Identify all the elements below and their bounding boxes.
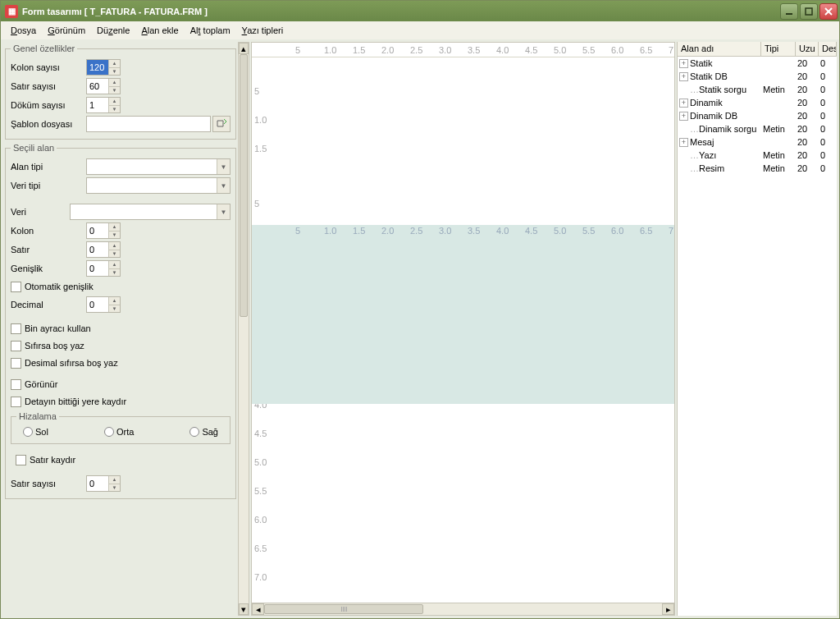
col-des[interactable]: Des <box>819 42 837 56</box>
expand-icon[interactable]: + <box>679 112 688 121</box>
left-scrollbar[interactable]: ▴ ▾ <box>238 42 249 616</box>
field-des: 0 <box>820 150 837 160</box>
spin-up-icon[interactable]: ▲ <box>109 242 120 250</box>
spin-down-icon[interactable]: ▼ <box>109 68 120 76</box>
field-des: 0 <box>820 58 837 68</box>
field-row[interactable]: +Mesaj200 <box>678 135 837 149</box>
veri-tipi-label: Veri tipi <box>11 181 86 190</box>
satir-kaydir-checkbox[interactable] <box>16 455 26 465</box>
menu-duzenle[interactable]: Düzenle <box>91 24 135 37</box>
hizalama-sag-radio[interactable] <box>189 427 199 437</box>
spin-up-icon[interactable]: ▲ <box>109 60 120 68</box>
field-uzu: 20 <box>797 150 820 160</box>
dokum-sayisi-input[interactable] <box>87 98 108 112</box>
field-row[interactable]: +Dinamik DB200 <box>678 109 837 122</box>
detay-kaydir-label: Detayın bittiği yere kaydır <box>25 397 126 406</box>
spin-down-icon[interactable]: ▼ <box>109 232 120 239</box>
sifirsa-bos-checkbox[interactable] <box>11 341 21 351</box>
field-name: Resim <box>699 163 763 173</box>
col-tipi[interactable]: Tipi <box>761 42 796 56</box>
satir-input[interactable] <box>87 242 108 257</box>
chevron-down-icon[interactable]: ▼ <box>217 159 230 174</box>
minimize-button[interactable] <box>780 3 798 20</box>
scroll-left-icon[interactable]: ◂ <box>252 603 264 615</box>
hizalama-orta-radio[interactable] <box>104 427 114 437</box>
alan-tipi-label: Alan tipi <box>11 162 86 172</box>
app-icon: ▦ <box>5 5 18 18</box>
scroll-up-icon[interactable]: ▴ <box>239 43 249 54</box>
field-row[interactable]: +Statik200 <box>678 57 837 70</box>
detail-band[interactable]: 51.01.52.02.53.03.54.04.55.05.56.06.57.0 <box>252 225 674 404</box>
scroll-down-icon[interactable]: ▾ <box>239 603 249 615</box>
menu-gorunum[interactable]: Görünüm <box>42 24 91 37</box>
menu-dosya[interactable]: Dosya <box>5 24 42 37</box>
satir-sayisi2-spinner[interactable]: ▲▼ <box>86 475 121 492</box>
scrollbar-thumb[interactable] <box>240 54 248 317</box>
field-row[interactable]: +Statik DB200 <box>678 70 837 83</box>
col-alan-adi[interactable]: Alan adı <box>678 42 761 56</box>
horizontal-scrollbar[interactable]: ◂ ▸ <box>252 603 674 615</box>
design-canvas[interactable]: 51.01.52.02.53.03.54.04.55.05.56.06.57.0… <box>251 42 675 616</box>
genislik-input[interactable] <box>87 261 108 276</box>
genislik-spinner[interactable]: ▲▼ <box>86 260 121 277</box>
satir-sayisi2-input[interactable] <box>87 476 108 491</box>
kolon-spinner[interactable]: ▲▼ <box>86 222 121 239</box>
close-button[interactable] <box>819 3 838 20</box>
kolon-input[interactable] <box>87 223 108 238</box>
spin-down-icon[interactable]: ▼ <box>109 87 120 94</box>
satir-spinner[interactable]: ▲▼ <box>86 241 121 258</box>
spin-up-icon[interactable]: ▲ <box>109 297 120 305</box>
menu-yazitipleri[interactable]: Yazı tipleri <box>236 24 290 37</box>
field-row[interactable]: …YazıMetin200 <box>678 149 837 162</box>
alan-tipi-combo[interactable]: ▼ <box>86 158 231 175</box>
spin-up-icon[interactable]: ▲ <box>109 79 120 87</box>
scroll-right-icon[interactable]: ▸ <box>662 603 674 615</box>
bin-ayraci-label: Bin ayracı kullan <box>25 323 91 333</box>
otomatik-genislik-checkbox[interactable] <box>11 282 21 292</box>
expand-icon[interactable]: + <box>679 59 688 68</box>
spin-up-icon[interactable]: ▲ <box>109 98 120 106</box>
spin-down-icon[interactable]: ▼ <box>109 250 120 258</box>
expand-icon[interactable]: + <box>679 99 688 108</box>
spin-up-icon[interactable]: ▲ <box>109 261 120 269</box>
svg-rect-1 <box>806 8 812 15</box>
chevron-down-icon[interactable]: ▼ <box>217 178 230 193</box>
sablon-browse-button[interactable] <box>212 116 231 132</box>
spin-down-icon[interactable]: ▼ <box>109 305 120 313</box>
veri-tipi-combo[interactable]: ▼ <box>86 177 231 194</box>
desimal-sifirsa-checkbox[interactable] <box>11 358 21 369</box>
kolon-sayisi-input[interactable] <box>87 60 108 75</box>
veri-combo[interactable]: ▼ <box>70 204 231 220</box>
maximize-button[interactable] <box>800 3 818 20</box>
spin-down-icon[interactable]: ▼ <box>109 484 120 492</box>
field-row[interactable]: …ResimMetin200 <box>678 162 837 175</box>
secili-alan-legend: Seçili alan <box>11 143 57 153</box>
spin-up-icon[interactable]: ▲ <box>109 223 120 232</box>
horizontal-ruler: 51.01.52.02.53.03.54.04.55.05.56.06.57.0 <box>252 43 674 57</box>
expand-icon[interactable]: + <box>679 138 688 147</box>
decimal-input[interactable] <box>87 297 108 312</box>
menu-alanekle[interactable]: Alan ekle <box>135 24 184 37</box>
col-uzu[interactable]: Uzu <box>796 42 819 56</box>
expand-icon[interactable]: + <box>679 72 688 81</box>
detay-kaydir-checkbox[interactable] <box>11 397 21 407</box>
spin-down-icon[interactable]: ▼ <box>109 106 120 113</box>
field-row[interactable]: +Dinamik200 <box>678 96 837 109</box>
satir-sayisi-input[interactable] <box>87 79 108 94</box>
gorunur-checkbox[interactable] <box>11 379 21 390</box>
menu-alttoplam[interactable]: Alt toplam <box>185 24 236 37</box>
satir-sayisi-spinner[interactable]: ▲▼ <box>86 78 121 94</box>
sablon-dosyasi-input[interactable] <box>86 116 211 132</box>
spin-up-icon[interactable]: ▲ <box>109 476 120 484</box>
kolon-sayisi-spinner[interactable]: ▲▼ <box>86 59 121 76</box>
chevron-down-icon[interactable]: ▼ <box>217 204 230 219</box>
otomatik-genislik-label: Otomatik genişlik <box>25 282 94 291</box>
field-row[interactable]: …Statik sorguMetin200 <box>678 83 837 96</box>
field-row[interactable]: …Dinamik sorguMetin200 <box>678 122 837 135</box>
scrollbar-thumb[interactable] <box>264 604 423 614</box>
hizalama-sol-radio[interactable] <box>23 427 33 437</box>
decimal-spinner[interactable]: ▲▼ <box>86 296 121 313</box>
dokum-sayisi-spinner[interactable]: ▲▼ <box>86 97 121 113</box>
bin-ayraci-checkbox[interactable] <box>11 323 21 334</box>
spin-down-icon[interactable]: ▼ <box>109 269 120 277</box>
